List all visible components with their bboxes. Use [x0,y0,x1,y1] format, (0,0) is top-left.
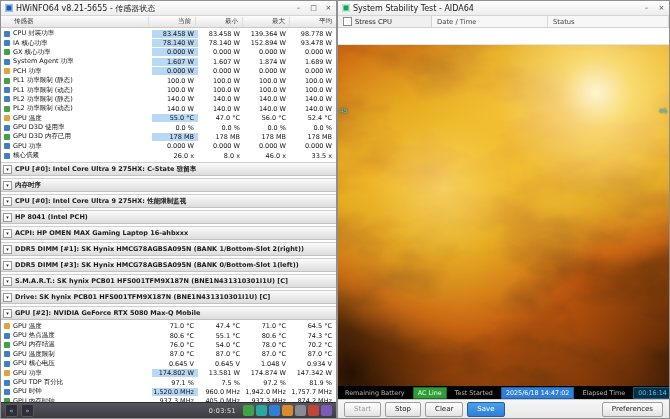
tray-icon[interactable] [321,405,332,416]
sensor-value: 56.0 °C [244,114,290,122]
sensor-section-header[interactable]: ▾S.M.A.R.T.: SK hynix PCB01 HFS001TFM9X1… [1,274,336,288]
sensor-value: 100.0 W [152,86,198,94]
aida-titlebar[interactable]: System Stability Test - AIDA64 – × [338,1,669,16]
sensor-section-header[interactable]: ▾CPU [#0]: Intel Core Ultra 9 275HX: 性能限… [1,194,336,208]
sensor-row[interactable]: GPU 温度71.0 °C47.4 °C71.0 °C64.5 °C [1,321,336,330]
nav-prev-icon[interactable]: « [5,404,18,417]
sensor-row[interactable]: GPU D3D 使用率0.0 %0.0 %0.0 %0.0 % [1,123,336,132]
sensor-label: PL2 功率限制 (动态) [13,104,152,113]
sensor-row[interactable]: System Agent 功率1.607 W1.607 W1.874 W1.68… [1,57,336,66]
event-list[interactable] [338,28,669,45]
sensor-value: 0.000 W [152,48,198,56]
sensor-value: 26.0 x [152,152,198,160]
sensor-section-header[interactable]: ▾GPU [#2]: NVIDIA GeForce RTX 5080 Max-Q… [1,306,336,320]
sensor-row[interactable]: PL2 功率限制 (静态)140.0 W140.0 W140.0 W140.0 … [1,95,336,104]
clear-button[interactable]: Clear [425,402,463,417]
graph-icon[interactable] [243,405,254,416]
elapsed-label: Elapsed Time [578,388,629,398]
sensor-value: 140.0 W [198,105,244,113]
sensor-row[interactable]: GPU 温度限制87.0 °C87.0 °C87.0 °C87.0 °C [1,350,336,359]
collapse-toggle-icon[interactable]: ▾ [3,261,12,270]
sensor-row[interactable]: GPU D3D 内存已用178 MB178 MB178 MB178 MB [1,132,336,141]
reset-values-icon[interactable] [308,405,319,416]
sensor-section-header[interactable]: ▾CPU [#0]: Intel Core Ultra 9 275HX: C-S… [1,162,336,176]
sensor-section-header[interactable]: ▾Drive: SK hynix PCB01 HFS001TFM9X187N (… [1,290,336,304]
save-button[interactable]: Save [467,402,504,417]
column-header-status[interactable]: Status [548,16,669,27]
sensor-row[interactable]: GPU 功率0.000 W0.000 W0.000 W0.000 W [1,142,336,151]
sensor-label: GPU 内存结温 [13,340,152,349]
sensor-label: PCH 功率 [13,67,152,76]
maximize-button[interactable]: □ [306,1,321,15]
preferences-button[interactable]: Preferences [602,402,663,417]
clock-icon[interactable] [269,405,280,416]
statusbar-tools [243,405,332,416]
sensor-value: 100.0 W [152,77,198,85]
sensor-section-header[interactable]: ▾ACPI: HP OMEN MAX Gaming Laptop 16-ahbx… [1,226,336,240]
column-header-datetime[interactable]: Date / Time [432,16,548,27]
column-header-min[interactable]: 最小 [195,17,242,26]
sensor-row[interactable]: PL1 功率限制 (静态)100.0 W100.0 W100.0 W100.0 … [1,76,336,85]
settings-gear-icon[interactable] [295,405,306,416]
sensor-row[interactable]: PL1 功率限制 (动态)100.0 W100.0 W100.0 W100.0 … [1,85,336,94]
section-title: CPU [#0]: Intel Core Ultra 9 275HX: 性能限制… [15,197,186,206]
sensor-row[interactable]: 核心倍频26.0 x8.0 x46.0 x33.5 x [1,151,336,160]
test-started-label: Test Started [451,388,497,398]
collapse-toggle-icon[interactable]: ▾ [3,245,12,254]
close-button[interactable]: × [654,1,669,15]
sensor-value: 87.0 °C [244,350,290,358]
sensor-section-header[interactable]: ▾DDR5 DIMM [#3]: SK Hynix HMCG78AGBSA095… [1,258,336,272]
collapse-toggle-icon[interactable]: ▾ [3,213,12,222]
sensor-value: 1,520.0 MHz [152,388,198,396]
column-header-avg[interactable]: 平均 [289,17,336,26]
sensor-value: 1.607 W [152,58,198,66]
hwinfo-statusbar: « » 0:03:51 [1,402,336,418]
column-header-sensor[interactable]: 传感器 [1,17,148,26]
sensor-section-header[interactable]: ▾内存时序 [1,178,336,192]
logging-icon[interactable] [282,405,293,416]
stop-button[interactable]: Stop [385,402,421,417]
sensor-value: 87.0 °C [290,350,336,358]
sensor-value: 100.0 W [244,86,290,94]
collapse-toggle-icon[interactable]: ▾ [3,277,12,286]
sensor-row[interactable]: PL2 功率限制 (动态)140.0 W140.0 W140.0 W140.0 … [1,104,336,113]
sensor-row[interactable]: GPU 核心电压0.645 V0.645 V1.048 V0.934 V [1,359,336,368]
column-header-max[interactable]: 最大 [242,17,289,26]
collapse-toggle-icon[interactable]: ▾ [3,165,12,174]
collapse-toggle-icon[interactable]: ▾ [3,181,12,190]
minimize-button[interactable]: – [639,1,654,15]
section-title: S.M.A.R.T.: SK hynix PCB01 HFS001TFM9X18… [15,277,288,285]
close-button[interactable]: × [321,1,336,15]
sensor-row[interactable]: GPU 温度55.0 °C47.0 °C56.0 °C52.4 °C [1,114,336,123]
sensor-row[interactable]: PCH 功率0.000 W0.000 W0.000 W0.000 W [1,67,336,76]
sensor-row[interactable]: GPU 热点温度80.6 °C55.1 °C80.6 °C74.3 °C [1,331,336,340]
sensor-row[interactable]: IA 核心功率78.140 W78.140 W152.894 W93.478 W [1,38,336,47]
sensor-section-header[interactable]: ▾HP 8041 (Intel PCH) [1,210,336,224]
gauge-icon[interactable] [256,405,267,416]
sensor-value: 178 MB [152,133,198,141]
hwinfo-titlebar[interactable]: HWiNFO64 v8.21-5655 - 传感器状态 – □ × [1,1,336,16]
sensor-value: 0.000 W [198,48,244,56]
sensor-row[interactable]: GPU TDP 百分比97.1 %7.5 %97.2 %81.9 % [1,378,336,387]
sensor-icon [4,342,10,348]
minimize-button[interactable]: – [291,1,306,15]
collapse-toggle-icon[interactable]: ▾ [3,197,12,206]
aida-window-title: System Stability Test - AIDA64 [353,4,636,13]
column-header-current[interactable]: 当前 [148,17,195,26]
sensor-row[interactable]: GPU 功率174.802 W13.581 W174.874 W147.342 … [1,368,336,377]
sensor-row[interactable]: CPU 封装功率83.458 W83.458 W139.364 W98.778 … [1,29,336,38]
nav-next-icon[interactable]: » [21,404,34,417]
sensor-section-header[interactable]: ▾DDR5 DIMM [#1]: SK Hynix HMCG78AGBSA095… [1,242,336,256]
desktop: HWiNFO64 v8.21-5655 - 传感器状态 – □ × 传感器 当前… [0,0,670,419]
sensor-row[interactable]: GPU 时钟1,520.0 MHz960.0 MHz1,942.0 MHz1,7… [1,387,336,396]
start-button[interactable]: Start [344,402,381,417]
sensor-value: 93.478 W [290,39,336,47]
sensor-row[interactable]: GX 核心功率0.000 W0.000 W0.000 W0.000 W [1,48,336,57]
stress-cpu-option[interactable]: Stress CPU [338,16,432,27]
sensor-value: 1,942.0 MHz [244,388,290,396]
collapse-toggle-icon[interactable]: ▾ [3,293,12,302]
collapse-toggle-icon[interactable]: ▾ [3,309,12,318]
sensor-row[interactable]: GPU 内存结温76.0 °C54.0 °C78.0 °C70.2 °C [1,340,336,349]
stress-cpu-checkbox[interactable] [343,17,352,26]
collapse-toggle-icon[interactable]: ▾ [3,229,12,238]
